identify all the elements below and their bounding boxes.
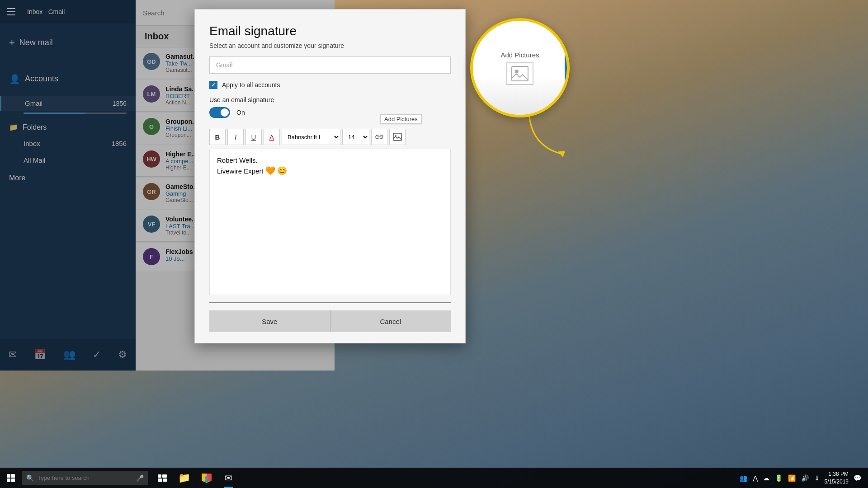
save-button[interactable]: Save xyxy=(209,310,330,332)
taskbar-system-icons: 👥 ⋀ ☁ 🔋 📶 🔊 ⇓ xyxy=(738,474,821,482)
taskbar-mail[interactable]: ✉ xyxy=(218,468,239,488)
volume-icon[interactable]: 🔊 xyxy=(800,474,810,482)
taskbar-search: 🔍 🎤 xyxy=(22,471,148,485)
account-placeholder: Gmail xyxy=(216,61,233,69)
signature-toggle[interactable] xyxy=(209,107,230,118)
toggle-on-label: On xyxy=(236,109,245,116)
taskbar-apps: 📁 ✉ xyxy=(152,468,239,488)
insert-link-button[interactable] xyxy=(371,129,387,145)
taskbar-search-input[interactable] xyxy=(38,474,128,481)
magnify-add-pictures-label: Add Pictures xyxy=(500,51,539,59)
signature-line2: Livewire Expert 🧡 😊 xyxy=(217,166,443,176)
insert-picture-container: Add Pictures xyxy=(389,129,406,145)
network-icon[interactable]: 📶 xyxy=(787,474,797,482)
windows-icon xyxy=(7,474,15,482)
taskbar-task-view[interactable] xyxy=(152,468,172,488)
font-select[interactable]: Bahnschrift L xyxy=(282,129,340,145)
email-signature-modal: Email signature Select an account and cu… xyxy=(194,9,466,343)
apply-all-row: Apply to all accounts xyxy=(195,81,465,96)
font-color-button[interactable]: A xyxy=(264,129,280,145)
font-size-select[interactable]: 14 xyxy=(342,129,369,145)
svg-rect-8 xyxy=(163,479,167,482)
magnify-blue-line xyxy=(565,21,567,115)
battery-icon[interactable]: 🔋 xyxy=(774,474,784,482)
taskbar-file-explorer[interactable]: 📁 xyxy=(174,468,194,488)
modal-subtitle: Select an account and customize your sig… xyxy=(195,42,465,56)
signature-emoji1: 🧡 xyxy=(265,166,275,176)
bold-button[interactable]: B xyxy=(209,129,226,145)
svg-point-11 xyxy=(205,476,208,480)
microphone-icon[interactable]: 🎤 xyxy=(136,474,144,482)
toggle-row: On xyxy=(195,107,465,125)
taskbar-chrome[interactable] xyxy=(196,468,217,488)
modal-footer: Save Cancel xyxy=(209,310,451,332)
people-icon[interactable]: 👥 xyxy=(738,474,749,482)
taskbar-time-display: 1:38 PM xyxy=(825,470,849,478)
svg-rect-5 xyxy=(158,474,161,478)
magnify-inner: Add Pictures xyxy=(473,21,567,115)
apply-all-checkbox[interactable] xyxy=(209,81,217,89)
signature-emoji2: 😊 xyxy=(277,166,287,176)
insert-picture-button[interactable] xyxy=(389,129,406,145)
modal-title: Email signature xyxy=(195,9,465,42)
italic-button[interactable]: I xyxy=(227,129,244,145)
start-button[interactable] xyxy=(0,468,22,488)
signature-line2-text: Livewire Expert xyxy=(217,167,264,175)
signature-toolbar: B I U A Bahnschrift L 14 Add Pictures xyxy=(195,125,465,149)
svg-rect-7 xyxy=(158,479,162,482)
apply-all-label: Apply to all accounts xyxy=(222,81,280,89)
taskbar-clock[interactable]: 1:38 PM 5/15/2019 xyxy=(825,470,849,486)
taskbar-search-icon: 🔍 xyxy=(26,474,34,482)
svg-rect-0 xyxy=(393,133,401,141)
chevron-up-icon[interactable]: ⋀ xyxy=(751,474,759,482)
onedrive-icon[interactable]: ☁ xyxy=(762,474,771,482)
signature-bottom-line xyxy=(209,302,451,303)
magnify-circle: Add Pictures xyxy=(470,18,570,117)
account-select[interactable]: Gmail xyxy=(209,56,451,74)
taskbar-right: 👥 ⋀ ☁ 🔋 📶 🔊 ⇓ 1:38 PM 5/15/2019 💬 xyxy=(738,470,868,486)
underline-button[interactable]: U xyxy=(245,129,262,145)
signature-editor[interactable]: Robert Wells. Livewire Expert 🧡 😊 xyxy=(209,149,451,295)
cancel-button[interactable]: Cancel xyxy=(330,310,451,332)
svg-point-3 xyxy=(515,70,519,73)
signature-line1: Robert Wells. xyxy=(217,156,443,164)
use-signature-label-text: Use an email signature xyxy=(195,96,465,107)
svg-rect-6 xyxy=(162,474,167,478)
magnify-image-icon xyxy=(506,62,533,85)
notification-icon[interactable]: 💬 xyxy=(852,474,863,482)
download-icon[interactable]: ⇓ xyxy=(813,474,821,482)
svg-rect-2 xyxy=(512,66,528,81)
taskbar: 🔍 🎤 📁 ✉ 👥 xyxy=(0,468,868,488)
taskbar-date-display: 5/15/2019 xyxy=(825,478,849,486)
